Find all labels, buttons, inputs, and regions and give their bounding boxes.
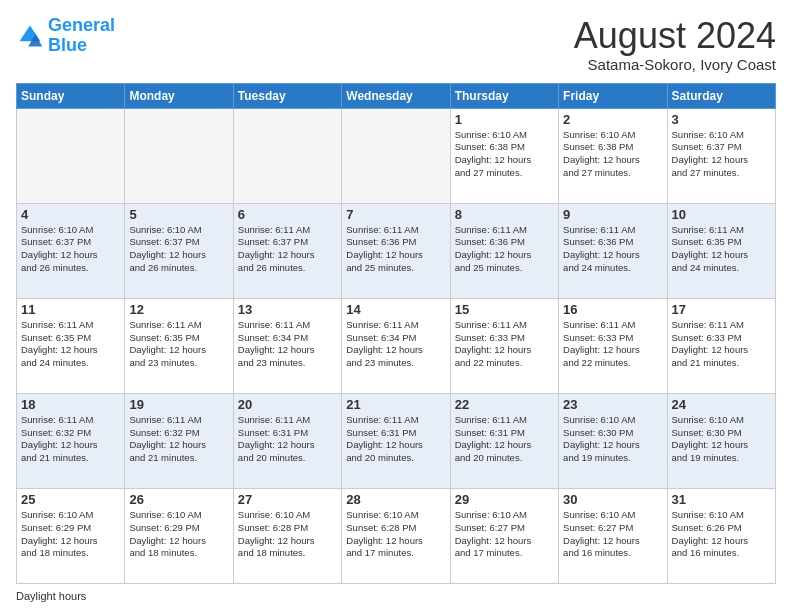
calendar-cell [17, 108, 125, 203]
day-number: 14 [346, 302, 445, 317]
logo-line2: Blue [48, 35, 87, 55]
calendar-cell: 26Sunrise: 6:10 AM Sunset: 6:29 PM Dayli… [125, 488, 233, 583]
calendar-cell: 20Sunrise: 6:11 AM Sunset: 6:31 PM Dayli… [233, 393, 341, 488]
calendar-cell: 25Sunrise: 6:10 AM Sunset: 6:29 PM Dayli… [17, 488, 125, 583]
day-number: 1 [455, 112, 554, 127]
day-number: 28 [346, 492, 445, 507]
title-block: August 2024 Satama-Sokoro, Ivory Coast [574, 16, 776, 73]
calendar-cell: 29Sunrise: 6:10 AM Sunset: 6:27 PM Dayli… [450, 488, 558, 583]
calendar-header-wednesday: Wednesday [342, 83, 450, 108]
day-info: Sunrise: 6:11 AM Sunset: 6:35 PM Dayligh… [672, 224, 771, 275]
calendar-cell: 6Sunrise: 6:11 AM Sunset: 6:37 PM Daylig… [233, 203, 341, 298]
day-number: 15 [455, 302, 554, 317]
day-number: 30 [563, 492, 662, 507]
calendar-header-friday: Friday [559, 83, 667, 108]
calendar-header-thursday: Thursday [450, 83, 558, 108]
day-number: 27 [238, 492, 337, 507]
header: General Blue August 2024 Satama-Sokoro, … [16, 16, 776, 73]
day-info: Sunrise: 6:11 AM Sunset: 6:31 PM Dayligh… [346, 414, 445, 465]
day-info: Sunrise: 6:11 AM Sunset: 6:33 PM Dayligh… [455, 319, 554, 370]
day-info: Sunrise: 6:10 AM Sunset: 6:27 PM Dayligh… [455, 509, 554, 560]
day-number: 25 [21, 492, 120, 507]
day-number: 29 [455, 492, 554, 507]
day-number: 6 [238, 207, 337, 222]
calendar-cell: 3Sunrise: 6:10 AM Sunset: 6:37 PM Daylig… [667, 108, 775, 203]
day-number: 2 [563, 112, 662, 127]
day-number: 4 [21, 207, 120, 222]
calendar-cell: 22Sunrise: 6:11 AM Sunset: 6:31 PM Dayli… [450, 393, 558, 488]
day-info: Sunrise: 6:10 AM Sunset: 6:37 PM Dayligh… [129, 224, 228, 275]
day-number: 19 [129, 397, 228, 412]
logo-icon [16, 22, 44, 50]
day-info: Sunrise: 6:11 AM Sunset: 6:36 PM Dayligh… [563, 224, 662, 275]
calendar-cell: 4Sunrise: 6:10 AM Sunset: 6:37 PM Daylig… [17, 203, 125, 298]
calendar-cell: 13Sunrise: 6:11 AM Sunset: 6:34 PM Dayli… [233, 298, 341, 393]
day-info: Sunrise: 6:10 AM Sunset: 6:30 PM Dayligh… [672, 414, 771, 465]
footer-text: Daylight hours [16, 590, 86, 602]
day-number: 21 [346, 397, 445, 412]
day-number: 9 [563, 207, 662, 222]
logo-text: General Blue [48, 16, 115, 56]
day-number: 7 [346, 207, 445, 222]
day-number: 3 [672, 112, 771, 127]
day-info: Sunrise: 6:11 AM Sunset: 6:31 PM Dayligh… [455, 414, 554, 465]
day-info: Sunrise: 6:10 AM Sunset: 6:26 PM Dayligh… [672, 509, 771, 560]
calendar-table: SundayMondayTuesdayWednesdayThursdayFrid… [16, 83, 776, 584]
page: General Blue August 2024 Satama-Sokoro, … [0, 0, 792, 612]
calendar-cell [233, 108, 341, 203]
day-info: Sunrise: 6:10 AM Sunset: 6:29 PM Dayligh… [21, 509, 120, 560]
day-info: Sunrise: 6:11 AM Sunset: 6:34 PM Dayligh… [238, 319, 337, 370]
calendar-cell: 24Sunrise: 6:10 AM Sunset: 6:30 PM Dayli… [667, 393, 775, 488]
footer: Daylight hours [16, 590, 776, 602]
calendar-cell: 2Sunrise: 6:10 AM Sunset: 6:38 PM Daylig… [559, 108, 667, 203]
day-number: 18 [21, 397, 120, 412]
day-number: 26 [129, 492, 228, 507]
calendar-week-row: 1Sunrise: 6:10 AM Sunset: 6:38 PM Daylig… [17, 108, 776, 203]
day-info: Sunrise: 6:10 AM Sunset: 6:28 PM Dayligh… [346, 509, 445, 560]
day-number: 10 [672, 207, 771, 222]
calendar-header-monday: Monday [125, 83, 233, 108]
calendar-cell: 8Sunrise: 6:11 AM Sunset: 6:36 PM Daylig… [450, 203, 558, 298]
calendar-cell: 11Sunrise: 6:11 AM Sunset: 6:35 PM Dayli… [17, 298, 125, 393]
day-info: Sunrise: 6:11 AM Sunset: 6:34 PM Dayligh… [346, 319, 445, 370]
day-info: Sunrise: 6:10 AM Sunset: 6:37 PM Dayligh… [672, 129, 771, 180]
day-number: 16 [563, 302, 662, 317]
day-number: 24 [672, 397, 771, 412]
day-info: Sunrise: 6:11 AM Sunset: 6:36 PM Dayligh… [346, 224, 445, 275]
subtitle: Satama-Sokoro, Ivory Coast [574, 56, 776, 73]
calendar-week-row: 11Sunrise: 6:11 AM Sunset: 6:35 PM Dayli… [17, 298, 776, 393]
day-info: Sunrise: 6:11 AM Sunset: 6:36 PM Dayligh… [455, 224, 554, 275]
day-number: 17 [672, 302, 771, 317]
calendar-cell: 28Sunrise: 6:10 AM Sunset: 6:28 PM Dayli… [342, 488, 450, 583]
calendar-cell [125, 108, 233, 203]
day-number: 11 [21, 302, 120, 317]
calendar-cell: 12Sunrise: 6:11 AM Sunset: 6:35 PM Dayli… [125, 298, 233, 393]
calendar-week-row: 18Sunrise: 6:11 AM Sunset: 6:32 PM Dayli… [17, 393, 776, 488]
calendar-cell: 30Sunrise: 6:10 AM Sunset: 6:27 PM Dayli… [559, 488, 667, 583]
day-number: 13 [238, 302, 337, 317]
day-number: 22 [455, 397, 554, 412]
day-number: 20 [238, 397, 337, 412]
calendar-week-row: 25Sunrise: 6:10 AM Sunset: 6:29 PM Dayli… [17, 488, 776, 583]
day-info: Sunrise: 6:10 AM Sunset: 6:38 PM Dayligh… [563, 129, 662, 180]
day-info: Sunrise: 6:11 AM Sunset: 6:35 PM Dayligh… [21, 319, 120, 370]
day-info: Sunrise: 6:10 AM Sunset: 6:30 PM Dayligh… [563, 414, 662, 465]
calendar-header-tuesday: Tuesday [233, 83, 341, 108]
calendar-cell: 23Sunrise: 6:10 AM Sunset: 6:30 PM Dayli… [559, 393, 667, 488]
calendar-cell: 16Sunrise: 6:11 AM Sunset: 6:33 PM Dayli… [559, 298, 667, 393]
calendar-cell: 9Sunrise: 6:11 AM Sunset: 6:36 PM Daylig… [559, 203, 667, 298]
day-info: Sunrise: 6:11 AM Sunset: 6:37 PM Dayligh… [238, 224, 337, 275]
calendar-header-saturday: Saturday [667, 83, 775, 108]
day-info: Sunrise: 6:10 AM Sunset: 6:27 PM Dayligh… [563, 509, 662, 560]
day-info: Sunrise: 6:10 AM Sunset: 6:38 PM Dayligh… [455, 129, 554, 180]
calendar-cell: 18Sunrise: 6:11 AM Sunset: 6:32 PM Dayli… [17, 393, 125, 488]
day-number: 31 [672, 492, 771, 507]
day-info: Sunrise: 6:11 AM Sunset: 6:33 PM Dayligh… [563, 319, 662, 370]
day-info: Sunrise: 6:10 AM Sunset: 6:29 PM Dayligh… [129, 509, 228, 560]
calendar-cell: 31Sunrise: 6:10 AM Sunset: 6:26 PM Dayli… [667, 488, 775, 583]
calendar-cell: 15Sunrise: 6:11 AM Sunset: 6:33 PM Dayli… [450, 298, 558, 393]
calendar-cell: 27Sunrise: 6:10 AM Sunset: 6:28 PM Dayli… [233, 488, 341, 583]
day-info: Sunrise: 6:11 AM Sunset: 6:35 PM Dayligh… [129, 319, 228, 370]
calendar-cell: 5Sunrise: 6:10 AM Sunset: 6:37 PM Daylig… [125, 203, 233, 298]
day-number: 5 [129, 207, 228, 222]
